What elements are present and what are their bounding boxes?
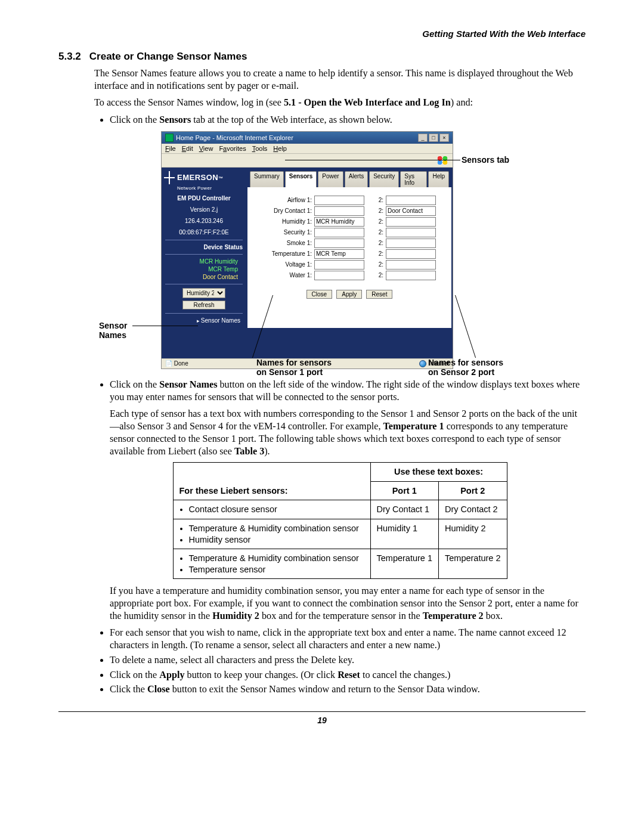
bullet-click-sensor-names: Click on the Sensor Names button on the … [110,379,586,403]
table-row: Temperature & Humidity combination senso… [173,549,507,579]
window-titlebar: Home Page - Microsoft Internet Explorer … [162,132,453,144]
tab-sysinfo[interactable]: Sys Info [400,171,427,187]
controller-version: Version 2.j [164,206,244,213]
table-header-group: Use these text boxes: [370,463,507,482]
menu-edit[interactable]: Edit [182,145,193,152]
device-mcr-humidity[interactable]: MCR Humidity [164,258,238,265]
footer-rule [58,711,586,712]
device-status-list: MCR Humidity MCR Temp Door Contact [164,258,244,280]
sensor-port-table: For these Liebert sensors: Use these tex… [173,462,507,579]
internet-zone-icon [419,360,426,367]
bullet-click-sensors-tab: Click on the Sensors tab at the top of t… [110,114,586,126]
emerson-logo-icon [164,171,175,184]
bullet-enter-name: For each sensor that you wish to name, c… [110,627,586,651]
smoke-2-input[interactable] [386,239,436,248]
paragraph-combo-example: If you have a temperature and humidity c… [110,585,586,622]
caption-port1: Names for sensorson Sensor 1 port [256,358,332,377]
menu-file[interactable]: File [165,145,176,152]
callout-sensors-tab: Sensors tab [462,155,509,165]
controller-ip: 126.4.203.246 [164,217,244,225]
window-minimize-icon[interactable]: _ [418,134,428,142]
security-1-input[interactable] [314,228,364,237]
sensor-port2-column: 2: 2: 2: 2: 2: 2: 2: 2: [375,194,436,281]
temperature-1-input[interactable] [314,249,364,259]
sidebar: EMERSON™ Network Power EM PDU Controller… [162,168,246,358]
table-header-sensors: For these Liebert sensors: [173,463,370,500]
voltage-1-input[interactable] [314,260,364,270]
window-maximize-icon[interactable]: □ [429,134,438,142]
voltage-2-input[interactable] [386,260,436,270]
tab-help[interactable]: Help [428,171,449,187]
tab-sensors[interactable]: Sensors [285,171,317,187]
close-button[interactable]: Close [306,290,333,299]
ie-app-icon [165,134,174,142]
controller-mac: 00:08:67:FF:F2:0E [164,228,244,236]
device-door-contact[interactable]: Door Contact [164,274,238,280]
table-row: Contact closure sensor Dry Contact 1 Dry… [173,500,507,519]
menu-tools[interactable]: Tools [252,145,268,152]
menu-bar: File Edit View Favorites Tools Help [162,144,453,154]
sensor-port1-column: Airflow 1: Dry Contact 1: Humidity 1: Se… [263,194,364,281]
section-heading: 5.3.2Create or Change Sensor Names [58,51,586,63]
humidity-2-input[interactable] [386,217,436,227]
screenshot-figure: Sensors tab Sensor Names Home Page - Mic… [101,131,543,369]
tab-summary[interactable]: Summary [250,171,284,187]
sensor-names-link[interactable]: Sensor Names [164,317,244,324]
temperature-2-input[interactable] [386,249,436,259]
menu-view[interactable]: View [199,145,213,152]
windows-flag-icon [436,156,449,165]
tab-row: Summary Sensors Power Alerts Security Sy… [246,168,453,187]
apply-button[interactable]: Apply [336,290,362,299]
paragraph-sensor-types: Each type of sensor has a text box with … [110,408,586,457]
access-paragraph: To access the Sensor Names window, log i… [94,97,586,109]
status-left: 📄 Done [165,360,188,367]
brand-name: EMERSON™ [177,173,224,182]
controller-name: EM PDU Controller [164,194,244,202]
brand-subtitle: Network Power [177,185,244,191]
table-header-port1: Port 1 [370,481,439,500]
device-status-heading: Device Status [165,244,243,250]
ie-window: Home Page - Microsoft Internet Explorer … [161,131,453,369]
refresh-button[interactable]: Refresh [182,301,225,309]
menu-help[interactable]: Help [273,145,287,152]
bullet-apply-reset: Click on the Apply button to keep your c… [110,669,586,682]
running-header: Getting Started With the Web Interface [58,29,586,39]
reset-button[interactable]: Reset [366,290,392,299]
device-mcr-temp[interactable]: MCR Temp [164,266,238,272]
sensor-select[interactable]: Humidity 2 [182,288,225,298]
intro-paragraph: The Sensor Names feature allows you to c… [94,67,586,92]
caption-port2: Names for sensorson Sensor 2 port [428,358,503,377]
window-close-icon[interactable]: × [439,134,449,142]
section-title: Create or Change Sensor Names [89,51,247,62]
menu-favorites[interactable]: Favorites [219,145,246,152]
table-row: Temperature & Humidity combination senso… [173,519,507,549]
window-title: Home Page - Microsoft Internet Explorer [176,134,293,141]
tab-security[interactable]: Security [369,171,399,187]
table-header-port2: Port 2 [439,481,507,500]
water-2-input[interactable] [386,271,436,280]
smoke-1-input[interactable] [314,239,364,248]
drycontact-1-input[interactable] [314,206,364,216]
airflow-2-input[interactable] [386,196,436,205]
section-number: 5.3.2 [58,51,81,63]
humidity-1-input[interactable] [314,217,364,227]
page-number: 19 [58,716,586,725]
bullet-delete-name: To delete a name, select all characters … [110,654,586,667]
water-1-input[interactable] [314,271,364,280]
tab-power[interactable]: Power [318,171,343,187]
bullet-close: Click the Close button to exit the Senso… [110,683,586,696]
drycontact-2-input[interactable] [386,206,436,216]
airflow-1-input[interactable] [314,196,364,205]
ie-toolbar [162,154,453,168]
tab-alerts[interactable]: Alerts [345,171,369,187]
callout-sensor-names: Sensor Names [99,321,127,340]
security-2-input[interactable] [386,228,436,237]
